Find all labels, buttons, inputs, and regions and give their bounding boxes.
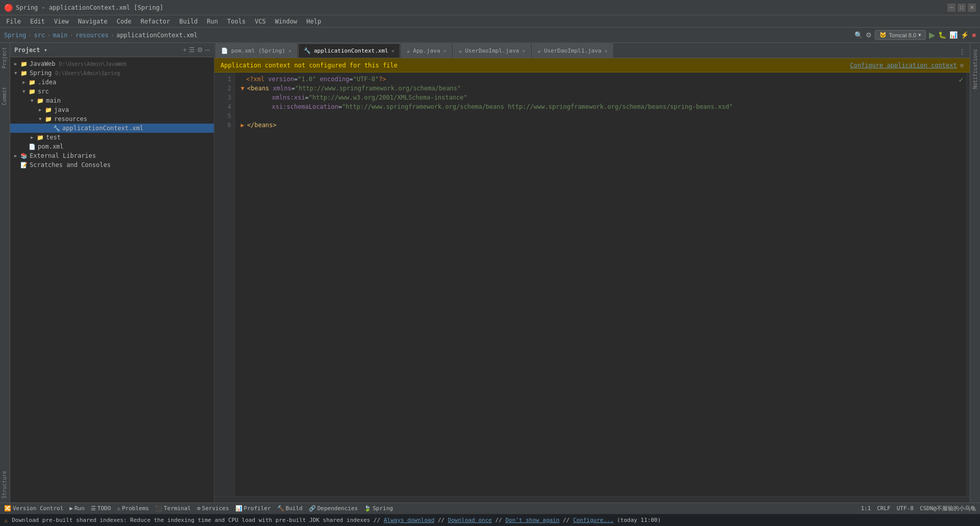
app-java-tab-label: App.java (413, 47, 440, 54)
tree-item-idea[interactable]: ▶ 📁 .idea (10, 78, 214, 87)
menu-tools[interactable]: Tools (223, 17, 250, 26)
dont-show-again-link[interactable]: Don't show again (505, 517, 559, 523)
tabs-overflow-button[interactable]: ⋮ (954, 45, 970, 58)
always-download-link[interactable]: Always download (384, 517, 434, 523)
fold-icon-6[interactable]: ▶ (239, 121, 246, 130)
scroll-track[interactable] (966, 73, 970, 496)
status-bar: 🔀 Version Control ▶ Run ☰ TODO ⚠ Problem… (0, 503, 980, 514)
userdaoimpl1-tab-close[interactable]: ✕ (604, 48, 607, 54)
tree-item-main[interactable]: ▼ 📁 main (10, 96, 214, 105)
settings-icon[interactable]: ⚙ (866, 31, 872, 39)
appctx-tab-label: applicationContext.xml (314, 47, 388, 54)
tree-item-applicationcontext[interactable]: ▶ 🔧 applicationContext.xml (10, 124, 214, 133)
version-control-status[interactable]: 🔀 Version Control (4, 505, 63, 512)
debug-button[interactable]: 🐛 (938, 31, 946, 39)
dependencies-icon: 🔗 (309, 505, 316, 512)
menu-run[interactable]: Run (203, 17, 222, 26)
menu-window[interactable]: Window (271, 17, 301, 26)
breadcrumb-spring[interactable]: Spring (4, 32, 26, 39)
minimize-button[interactable]: ─ (947, 4, 955, 12)
tab-pom-xml[interactable]: 📄 pom.xml (Spring) ✕ (215, 43, 297, 58)
commit-tab-vertical[interactable]: Commit (0, 83, 10, 109)
horizontal-scrollbar[interactable] (214, 496, 970, 503)
code-editor[interactable]: 1 2 3 4 5 6 <?xml version="1.0" encoding… (214, 73, 970, 496)
tree-arrow-src: ▼ (22, 89, 29, 94)
tree-item-spring[interactable]: ▼ 📁 Spring D:\Users\Admin\Spring (10, 68, 214, 78)
idea-folder-icon: 📁 (29, 79, 36, 86)
panel-collapse-button[interactable]: ☰ (189, 46, 195, 54)
todo-status[interactable]: ☰ TODO (91, 505, 111, 512)
notifications-sidebar-label[interactable]: Notifications (971, 45, 979, 93)
terminal-label: Terminal (164, 505, 191, 512)
tree-item-resources[interactable]: ▼ 📁 resources (10, 114, 214, 124)
app-java-tab-close[interactable]: ✕ (443, 48, 446, 54)
tab-userdaoimpl1[interactable]: ☕ UserDaoImpl1.java ✕ (532, 43, 613, 58)
appctx-tab-icon: 🔧 (304, 47, 311, 54)
appctx-tab-close[interactable]: ✕ (391, 48, 395, 54)
build-status[interactable]: 🔨 Build (277, 505, 303, 512)
menu-vcs[interactable]: VCS (251, 17, 270, 26)
tree-arrow-javaweb: ▶ (14, 61, 20, 66)
toolbar: Spring › src › main › resources › applic… (0, 28, 980, 43)
tomcat-config-button[interactable]: 🐱 Tomcat 8.0 ▾ (875, 30, 926, 40)
run-button[interactable]: ▶ (929, 30, 935, 40)
spring-icon: 🍃 (364, 505, 371, 512)
tab-userdaoimpl[interactable]: ☕ UserDaoImpl.java ✕ (453, 43, 531, 58)
code-content[interactable]: <?xml version="1.0" encoding="UTF-8"?> ▼… (235, 73, 970, 496)
menu-code[interactable]: Code (113, 17, 136, 26)
tree-item-external-libs[interactable]: ▶ 📚 External Libraries (10, 151, 214, 160)
panel-settings-button[interactable]: ⚙ (197, 46, 203, 54)
menu-view[interactable]: View (50, 17, 73, 26)
menu-refactor[interactable]: Refactor (136, 17, 174, 26)
menu-edit[interactable]: Edit (26, 17, 49, 26)
tree-item-test[interactable]: ▶ 📁 test (10, 133, 214, 142)
profile-button[interactable]: ⚡ (961, 31, 969, 39)
coverage-button[interactable]: 📊 (949, 31, 958, 39)
tree-item-src[interactable]: ▼ 📁 src (10, 87, 214, 96)
breadcrumb-main[interactable]: main (53, 32, 68, 39)
profiler-status[interactable]: 📊 Profiler (235, 505, 271, 512)
panel-add-button[interactable]: + (183, 46, 187, 54)
fold-icon-2[interactable]: ▼ (239, 84, 246, 93)
problems-status[interactable]: ⚠ Problems (117, 505, 149, 512)
tree-item-java[interactable]: ▶ 📁 java (10, 105, 214, 114)
breadcrumb-resources[interactable]: resources (76, 32, 109, 39)
services-status[interactable]: ⚙ Services (197, 505, 229, 512)
stop-button[interactable]: ■ (972, 31, 976, 39)
pom-tab-close[interactable]: ✕ (288, 48, 291, 54)
project-tab-vertical[interactable]: Project (0, 43, 10, 73)
panel-hide-button[interactable]: ─ (205, 46, 210, 54)
menu-navigate[interactable]: Navigate (74, 17, 112, 26)
appctx-xml-icon: 🔧 (53, 125, 60, 132)
configure-context-link[interactable]: Configure application context (850, 62, 957, 69)
maximize-button[interactable]: □ (958, 4, 966, 12)
download-once-link[interactable]: Download once (448, 517, 492, 523)
menu-file[interactable]: File (2, 17, 25, 26)
terminal-status[interactable]: ⬛ Terminal (155, 505, 191, 512)
tab-app-java[interactable]: ☕ App.java ✕ (401, 43, 452, 58)
tree-item-pom[interactable]: ▶ 📄 pom.xml (10, 142, 214, 151)
project-tree: ▶ 📁 JavaWeb D:\Users\Admin\JavaWeb ▼ 📁 S… (10, 57, 214, 503)
close-button[interactable]: ✕ (968, 4, 976, 12)
userdaoimpl-tab-close[interactable]: ✕ (522, 48, 525, 54)
menu-build[interactable]: Build (175, 17, 202, 26)
spring-status[interactable]: 🍃 Spring (364, 505, 393, 512)
dependencies-status[interactable]: 🔗 Dependencies (309, 505, 358, 512)
notification-time: (today 11:00) (617, 517, 661, 523)
search-everywhere-icon[interactable]: 🔍 (854, 31, 863, 39)
tree-item-scratches[interactable]: ▶ 📝 Scratches and Consoles (10, 160, 214, 170)
tree-item-javaweb[interactable]: ▶ 📁 JavaWeb D:\Users\Admin\JavaWeb (10, 59, 214, 68)
structure-tab-vertical[interactable]: Structure (0, 467, 10, 503)
tab-applicationcontext[interactable]: 🔧 applicationContext.xml ✕ (298, 43, 400, 58)
encoding[interactable]: UTF-8 (897, 505, 914, 512)
run-status[interactable]: ▶ Run (69, 505, 85, 512)
breadcrumb-file[interactable]: applicationContext.xml (116, 32, 198, 39)
dependencies-label: Dependencies (317, 505, 358, 512)
breadcrumb-src[interactable]: src (34, 32, 45, 39)
configure-link[interactable]: Configure... (573, 517, 614, 523)
pom-xml-icon: 📄 (29, 144, 36, 150)
line-separator[interactable]: CRLF (877, 505, 891, 512)
configure-gear-icon[interactable]: ⚙ (960, 62, 964, 69)
line-num-2: 2 (214, 84, 231, 93)
menu-help[interactable]: Help (302, 17, 325, 26)
